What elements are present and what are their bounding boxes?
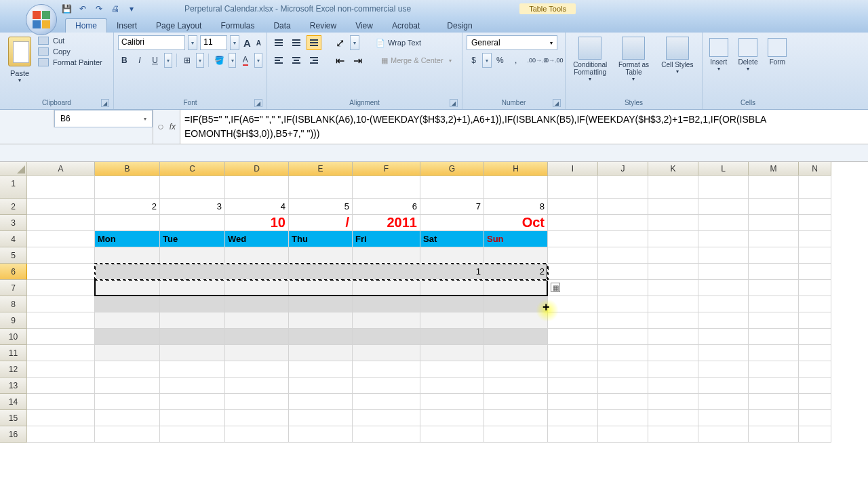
column-header[interactable]: N <box>799 162 831 176</box>
cell[interactable] <box>225 296 289 312</box>
cell[interactable] <box>160 264 225 280</box>
cell[interactable]: 2011 <box>353 215 420 231</box>
cell[interactable] <box>353 394 420 410</box>
cell[interactable] <box>548 296 598 312</box>
cell[interactable] <box>598 361 648 378</box>
cell[interactable] <box>698 264 749 280</box>
cell[interactable] <box>749 264 799 280</box>
cell[interactable]: Wed <box>225 231 289 247</box>
cell[interactable] <box>160 426 225 443</box>
cell[interactable] <box>598 199 648 215</box>
cell[interactable] <box>749 312 799 329</box>
cell[interactable] <box>484 361 548 378</box>
cell[interactable] <box>27 231 95 247</box>
cell[interactable] <box>749 199 799 215</box>
cell[interactable] <box>353 410 420 426</box>
fill-color-dropdown[interactable]: ▾ <box>229 53 237 68</box>
cell[interactable] <box>353 345 420 361</box>
tab-acrobat[interactable]: Acrobat <box>382 19 429 33</box>
conditional-formatting-button[interactable]: Conditional Formatting▾ <box>570 35 610 91</box>
cell[interactable] <box>27 345 95 361</box>
shrink-font-icon[interactable]: A <box>255 39 262 47</box>
cell[interactable]: 2 <box>95 199 160 215</box>
save-icon[interactable]: 💾 <box>61 3 72 14</box>
cell[interactable] <box>484 378 548 394</box>
underline-button[interactable]: U <box>149 53 161 68</box>
cell[interactable] <box>27 280 95 296</box>
name-box[interactable]: B6▾ <box>54 110 153 127</box>
copy-button[interactable]: Copy <box>38 47 102 56</box>
cell[interactable] <box>698 296 749 312</box>
format-as-table-button[interactable]: Format as Table▾ <box>613 35 654 91</box>
cell[interactable] <box>420 361 484 378</box>
cell[interactable] <box>698 361 749 378</box>
cell[interactable] <box>598 312 648 329</box>
cell[interactable]: Sun <box>484 231 548 247</box>
cell[interactable] <box>598 426 648 443</box>
cell[interactable] <box>548 199 598 215</box>
cell[interactable] <box>95 264 160 280</box>
cell[interactable]: 3 <box>160 199 225 215</box>
align-left-button[interactable] <box>271 53 286 68</box>
undo-icon[interactable]: ↶ <box>77 3 88 14</box>
column-header[interactable]: H <box>484 162 548 176</box>
cell[interactable] <box>289 361 353 378</box>
cell[interactable] <box>548 410 598 426</box>
row-header[interactable]: 8 <box>0 296 27 312</box>
row-header[interactable]: 12 <box>0 361 27 378</box>
cell[interactable] <box>27 176 95 199</box>
cell[interactable] <box>648 361 698 378</box>
cell[interactable] <box>95 394 160 410</box>
percent-button[interactable]: % <box>493 53 507 68</box>
cell[interactable]: Tue <box>160 231 225 247</box>
cell[interactable] <box>698 215 749 231</box>
cell[interactable] <box>160 329 225 345</box>
cell[interactable] <box>225 329 289 345</box>
cell[interactable] <box>749 394 799 410</box>
cell[interactable] <box>27 312 95 329</box>
wrap-text-button[interactable]: 📄Wrap Text <box>372 37 425 49</box>
cell[interactable] <box>225 312 289 329</box>
spreadsheet-grid[interactable]: ABCDEFGHIJKLMN 122345678310/2011Oct4MonT… <box>0 162 868 443</box>
cell[interactable] <box>598 394 648 410</box>
cell[interactable] <box>749 378 799 394</box>
cell[interactable] <box>160 312 225 329</box>
cell[interactable]: Oct <box>484 215 548 231</box>
cell[interactable] <box>353 329 420 345</box>
align-bottom-button[interactable] <box>307 35 321 50</box>
accounting-format-button[interactable]: $ <box>467 53 481 68</box>
cell[interactable] <box>799 215 831 231</box>
row-header[interactable]: 11 <box>0 345 27 361</box>
cell[interactable] <box>648 345 698 361</box>
cell[interactable] <box>289 426 353 443</box>
cell[interactable] <box>749 410 799 426</box>
cell[interactable] <box>160 176 225 199</box>
cell[interactable] <box>95 296 160 312</box>
font-size-select[interactable]: 11 <box>200 35 227 50</box>
table-tools-tab[interactable]: Table Tools <box>519 3 576 14</box>
column-header[interactable]: I <box>548 162 598 176</box>
cell[interactable] <box>420 378 484 394</box>
cell[interactable] <box>648 247 698 264</box>
cell[interactable] <box>420 280 484 296</box>
row-header[interactable]: 15 <box>0 410 27 426</box>
cell[interactable] <box>95 329 160 345</box>
cell[interactable] <box>799 176 831 199</box>
cell[interactable] <box>27 199 95 215</box>
cell[interactable] <box>420 394 484 410</box>
cell[interactable] <box>698 231 749 247</box>
cell[interactable] <box>749 296 799 312</box>
cell[interactable] <box>225 378 289 394</box>
cell[interactable] <box>749 280 799 296</box>
cell[interactable] <box>353 378 420 394</box>
cell[interactable] <box>648 215 698 231</box>
cell[interactable] <box>799 345 831 361</box>
cell[interactable] <box>353 280 420 296</box>
cell[interactable] <box>95 215 160 231</box>
accounting-dropdown[interactable]: ▾ <box>482 53 492 68</box>
paste-button[interactable]: Paste ▾ <box>4 35 35 91</box>
cell[interactable] <box>420 410 484 426</box>
cell[interactable] <box>484 394 548 410</box>
cell[interactable] <box>225 247 289 264</box>
cell[interactable] <box>648 426 698 443</box>
